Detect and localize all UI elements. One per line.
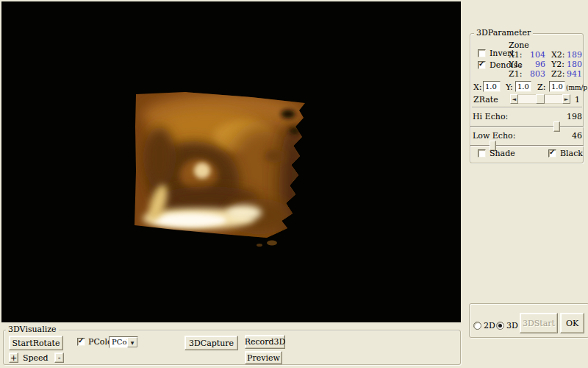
- shade-checkbox[interactable]: ✓: [478, 149, 486, 158]
- parameter-groupbox: 3DParameter ✓ Invert ✓ Denoise Zone X1: …: [470, 33, 584, 163]
- x-scale-label: X:: [473, 83, 482, 92]
- preview-button[interactable]: Preview: [245, 351, 282, 364]
- zrate-value: 1: [575, 96, 580, 105]
- zone-z2-label: Z2:: [551, 70, 564, 79]
- zrate-right-arrow-icon[interactable]: ►: [562, 94, 570, 104]
- zone-y2-label: Y2:: [551, 60, 564, 69]
- hi-echo-thumb[interactable]: [553, 121, 560, 132]
- parameter-groupbox-title: 3DParameter: [474, 28, 533, 38]
- parameter-divider: [472, 107, 582, 108]
- start3d-button[interactable]: 3DStart: [520, 313, 558, 333]
- record-button[interactable]: Record3D: [245, 335, 285, 349]
- zrate-scrollbar[interactable]: ◄ ►: [510, 94, 570, 104]
- zone-y1-value: 96: [526, 60, 545, 69]
- zone-y1-label: Y1:: [509, 60, 522, 69]
- black-checkbox[interactable]: ✓: [548, 149, 556, 158]
- ultrasound-3d-render: [1, 1, 461, 322]
- zrate-scrollbar-thumb[interactable]: [536, 94, 545, 104]
- pcolor-dropdown-arrow-icon[interactable]: ▼: [127, 337, 137, 347]
- zone-z1-value: 803: [526, 70, 545, 79]
- capture-button[interactable]: 3DCapture: [184, 336, 238, 350]
- invert-checkbox[interactable]: ✓: [478, 49, 486, 57]
- ok-button[interactable]: OK: [560, 313, 584, 333]
- radio-3d[interactable]: [496, 322, 504, 330]
- mode-groupbox: 2D 3D 3DStart OK: [469, 303, 588, 338]
- z-scale-label: Z:: [537, 83, 545, 92]
- speed-label: Speed: [23, 354, 49, 363]
- black-label: Black: [560, 149, 583, 158]
- x-scale-input[interactable]: 1.0: [483, 81, 501, 92]
- hi-echo-track: [470, 126, 584, 127]
- visualize-groupbox-title: 3DVisualize: [6, 325, 59, 335]
- zone-x1-label: X1:: [509, 51, 523, 60]
- zone-x1-value: 104: [526, 51, 545, 60]
- speed-plus-button[interactable]: +: [9, 353, 18, 363]
- zone-x2-value: 189: [566, 51, 582, 60]
- render-canvas[interactable]: [1, 1, 461, 322]
- pcolor-dropdown[interactable]: PColor ▼: [109, 336, 138, 348]
- zone-x2-label: X2:: [551, 51, 565, 60]
- radio-2d[interactable]: [473, 322, 481, 330]
- radio-3d-label[interactable]: 3D: [506, 322, 518, 330]
- zone-z1-label: Z1:: [509, 70, 522, 79]
- zrate-left-arrow-icon[interactable]: ◄: [510, 94, 518, 104]
- shade-label: Shade: [490, 149, 515, 158]
- denoise-checkbox[interactable]: ✓: [478, 61, 486, 69]
- y-scale-label: Y:: [506, 83, 513, 92]
- z-scale-input[interactable]: 1.0: [549, 81, 565, 92]
- low-echo-track: [470, 145, 584, 146]
- zone-y2-value: 180: [566, 60, 582, 69]
- pcolor-checkbox[interactable]: ✓: [77, 338, 85, 346]
- zrate-label: ZRate: [473, 96, 498, 105]
- scale-unit-label: (mm/p): [566, 83, 588, 92]
- y-scale-input[interactable]: 1.0: [515, 81, 531, 92]
- zone-z2-value: 941: [566, 70, 582, 79]
- radio-2d-label[interactable]: 2D: [484, 322, 495, 330]
- speed-minus-button[interactable]: -: [54, 353, 64, 363]
- start-rotate-button[interactable]: StartRotate: [9, 336, 63, 350]
- zone-label: Zone: [509, 41, 529, 50]
